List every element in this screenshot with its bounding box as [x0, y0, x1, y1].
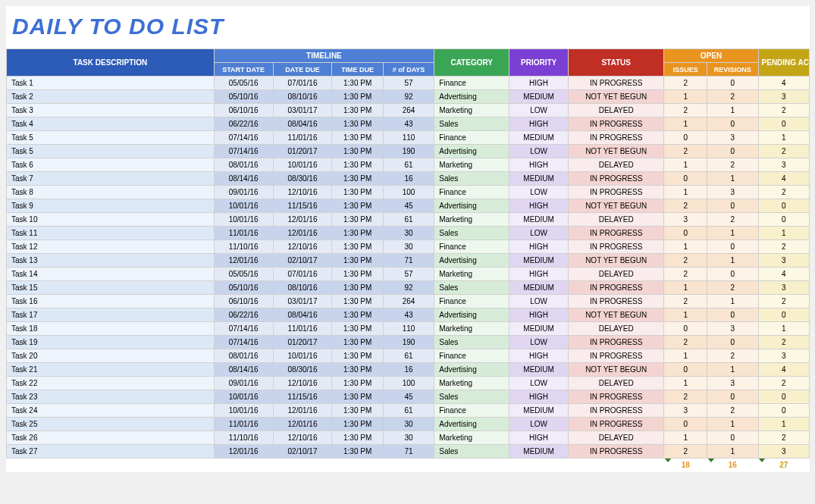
revisions-cell[interactable]: 0 — [707, 336, 758, 349]
time-cell[interactable]: 1:30 PM — [332, 199, 383, 213]
start-cell[interactable]: 05/10/16 — [214, 281, 273, 295]
days-cell[interactable]: 30 — [383, 431, 434, 445]
task-cell[interactable]: Task 2 — [7, 90, 215, 104]
pending-cell[interactable]: 0 — [758, 199, 809, 213]
category-cell[interactable]: Finance — [434, 295, 509, 308]
due-cell[interactable]: 07/01/16 — [273, 268, 332, 281]
time-cell[interactable]: 1:30 PM — [332, 213, 383, 227]
revisions-cell[interactable]: 3 — [707, 377, 758, 390]
pending-cell[interactable]: 2 — [758, 145, 809, 158]
pending-cell[interactable]: 2 — [758, 295, 809, 308]
priority-cell[interactable]: HIGH — [509, 158, 569, 172]
start-cell[interactable]: 07/14/16 — [214, 322, 273, 336]
issues-cell[interactable]: 0 — [664, 172, 707, 186]
task-cell[interactable]: Task 17 — [7, 308, 215, 322]
task-cell[interactable]: Task 27 — [7, 445, 215, 459]
pending-cell[interactable]: 3 — [758, 90, 809, 104]
days-cell[interactable]: 92 — [383, 90, 434, 104]
days-cell[interactable]: 264 — [383, 295, 434, 308]
pending-cell[interactable]: 3 — [758, 158, 809, 172]
pending-cell[interactable]: 1 — [758, 131, 809, 145]
days-cell[interactable]: 92 — [383, 281, 434, 295]
category-cell[interactable]: Advertising — [434, 90, 509, 104]
days-cell[interactable]: 71 — [383, 254, 434, 268]
priority-cell[interactable]: MEDIUM — [509, 404, 569, 418]
task-cell[interactable]: Task 25 — [7, 418, 215, 431]
due-cell[interactable]: 03/01/17 — [273, 104, 332, 117]
task-cell[interactable]: Task 10 — [7, 213, 215, 227]
table-row[interactable]: Task 1907/14/1601/20/171:30 PM190SalesLO… — [7, 336, 810, 349]
category-cell[interactable]: Advertising — [434, 254, 509, 268]
table-row[interactable]: Task 1312/01/1602/10/171:30 PM71Advertis… — [7, 254, 810, 268]
start-cell[interactable]: 12/01/16 — [214, 254, 273, 268]
revisions-cell[interactable]: 1 — [707, 254, 758, 268]
due-cell[interactable]: 08/10/16 — [273, 281, 332, 295]
status-cell[interactable]: IN PROGRESS — [569, 404, 664, 418]
priority-cell[interactable]: MEDIUM — [509, 172, 569, 186]
issues-cell[interactable]: 1 — [664, 240, 707, 254]
pending-cell[interactable]: 0 — [758, 308, 809, 322]
days-cell[interactable]: 45 — [383, 199, 434, 213]
status-cell[interactable]: DELAYED — [569, 213, 664, 227]
pending-cell[interactable]: 3 — [758, 445, 809, 459]
table-row[interactable]: Task 507/14/1601/20/171:30 PM190Advertis… — [7, 145, 810, 158]
days-cell[interactable]: 43 — [383, 117, 434, 131]
issues-cell[interactable]: 2 — [664, 295, 707, 308]
time-cell[interactable]: 1:30 PM — [332, 77, 383, 90]
status-cell[interactable]: NOT YET BEGUN — [569, 308, 664, 322]
issues-cell[interactable]: 0 — [664, 363, 707, 377]
due-cell[interactable]: 12/10/16 — [273, 377, 332, 390]
time-cell[interactable]: 1:30 PM — [332, 295, 383, 308]
start-cell[interactable]: 08/01/16 — [214, 349, 273, 363]
time-cell[interactable]: 1:30 PM — [332, 158, 383, 172]
priority-cell[interactable]: LOW — [509, 186, 569, 199]
table-row[interactable]: Task 306/10/1603/01/171:30 PM264Marketin… — [7, 104, 810, 117]
category-cell[interactable]: Marketing — [434, 268, 509, 281]
status-cell[interactable]: IN PROGRESS — [569, 336, 664, 349]
issues-cell[interactable]: 0 — [664, 418, 707, 431]
issues-cell[interactable]: 2 — [664, 445, 707, 459]
category-cell[interactable]: Sales — [434, 172, 509, 186]
time-cell[interactable]: 1:30 PM — [332, 336, 383, 349]
priority-cell[interactable]: HIGH — [509, 199, 569, 213]
revisions-cell[interactable]: 1 — [707, 363, 758, 377]
due-cell[interactable]: 10/01/16 — [273, 349, 332, 363]
status-cell[interactable]: IN PROGRESS — [569, 240, 664, 254]
due-cell[interactable]: 08/04/16 — [273, 308, 332, 322]
time-cell[interactable]: 1:30 PM — [332, 363, 383, 377]
status-cell[interactable]: NOT YET BEGUN — [569, 254, 664, 268]
status-cell[interactable]: IN PROGRESS — [569, 445, 664, 459]
due-cell[interactable]: 12/10/16 — [273, 240, 332, 254]
category-cell[interactable]: Sales — [434, 227, 509, 240]
start-cell[interactable]: 07/14/16 — [214, 145, 273, 158]
start-cell[interactable]: 09/01/16 — [214, 377, 273, 390]
status-cell[interactable]: DELAYED — [569, 268, 664, 281]
due-cell[interactable]: 08/30/16 — [273, 363, 332, 377]
issues-cell[interactable]: 1 — [664, 377, 707, 390]
category-cell[interactable]: Finance — [434, 131, 509, 145]
due-cell[interactable]: 12/01/16 — [273, 418, 332, 431]
issues-cell[interactable]: 1 — [664, 158, 707, 172]
category-cell[interactable]: Finance — [434, 404, 509, 418]
table-row[interactable]: Task 105/05/1607/01/161:30 PM57FinanceHI… — [7, 77, 810, 90]
table-row[interactable]: Task 2611/10/1612/10/161:30 PM30Marketin… — [7, 431, 810, 445]
start-cell[interactable]: 09/01/16 — [214, 186, 273, 199]
time-cell[interactable]: 1:30 PM — [332, 227, 383, 240]
due-cell[interactable]: 01/20/17 — [273, 336, 332, 349]
status-cell[interactable]: DELAYED — [569, 377, 664, 390]
days-cell[interactable]: 30 — [383, 227, 434, 240]
category-cell[interactable]: Sales — [434, 336, 509, 349]
revisions-cell[interactable]: 3 — [707, 186, 758, 199]
table-row[interactable]: Task 910/01/1611/15/161:30 PM45Advertisi… — [7, 199, 810, 213]
revisions-cell[interactable]: 3 — [707, 131, 758, 145]
pending-cell[interactable]: 1 — [758, 322, 809, 336]
due-cell[interactable]: 08/10/16 — [273, 90, 332, 104]
days-cell[interactable]: 61 — [383, 158, 434, 172]
status-cell[interactable]: IN PROGRESS — [569, 186, 664, 199]
days-cell[interactable]: 57 — [383, 268, 434, 281]
time-cell[interactable]: 1:30 PM — [332, 90, 383, 104]
issues-cell[interactable]: 3 — [664, 404, 707, 418]
priority-cell[interactable]: MEDIUM — [509, 445, 569, 459]
task-cell[interactable]: Task 8 — [7, 186, 215, 199]
category-cell[interactable]: Advertising — [434, 363, 509, 377]
